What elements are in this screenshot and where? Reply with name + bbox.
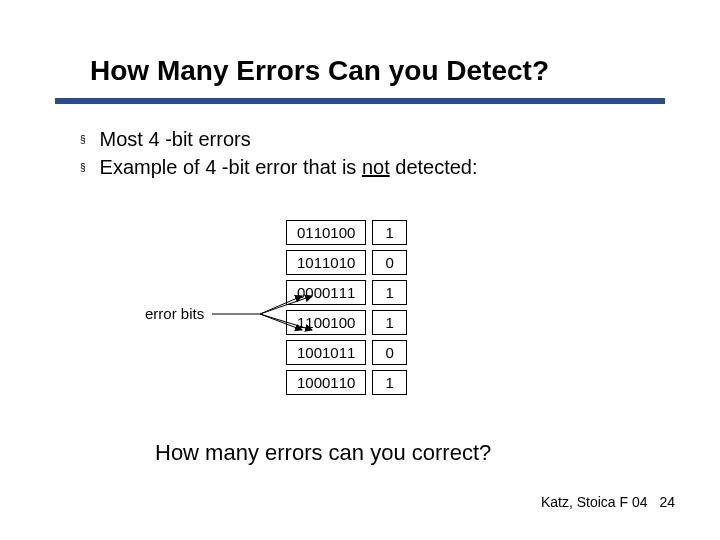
table-row: 0000111 1	[286, 280, 407, 305]
codeword-cell: 1000110	[286, 370, 366, 395]
table-row: 1011010 0	[286, 250, 407, 275]
parity-cell: 1	[372, 220, 406, 245]
table-row: 1001011 0	[286, 340, 407, 365]
bullet-text: Most 4 -bit errors	[100, 128, 251, 150]
codeword-table: 0110100 1 1011010 0 0000111 1 1100100 1 …	[280, 215, 413, 400]
parity-cell: 0	[372, 250, 406, 275]
bullet-item: § Example of 4 -bit error that is not de…	[80, 153, 478, 181]
codeword-cell: 1011010	[286, 250, 366, 275]
bullet-text: Example of 4 -bit error that is	[100, 156, 362, 178]
slide-title: How Many Errors Can you Detect?	[90, 55, 549, 87]
bullet-list: § Most 4 -bit errors § Example of 4 -bit…	[80, 125, 478, 181]
table-row: 1100100 1	[286, 310, 407, 335]
parity-cell: 1	[372, 370, 406, 395]
footer-text: Katz, Stoica F 04	[541, 494, 648, 510]
bullet-marker-icon: §	[80, 161, 86, 175]
codeword-cell: 0000111	[286, 280, 366, 305]
parity-cell: 0	[372, 340, 406, 365]
bullet-item: § Most 4 -bit errors	[80, 125, 478, 153]
error-bits-label: error bits	[145, 305, 204, 322]
bullet-suffix: detected:	[390, 156, 478, 178]
slide-footer: Katz, Stoica F 04 24	[541, 494, 675, 510]
title-divider	[55, 98, 665, 104]
bullet-marker-icon: §	[80, 133, 86, 147]
codeword-cell: 1100100	[286, 310, 366, 335]
codeword-cell: 1001011	[286, 340, 366, 365]
page-number: 24	[659, 494, 675, 510]
parity-cell: 1	[372, 280, 406, 305]
bullet-underline: not	[362, 156, 390, 178]
codeword-cell: 0110100	[286, 220, 366, 245]
table-row: 0110100 1	[286, 220, 407, 245]
table-row: 1000110 1	[286, 370, 407, 395]
parity-cell: 1	[372, 310, 406, 335]
closing-question: How many errors can you correct?	[155, 440, 491, 466]
